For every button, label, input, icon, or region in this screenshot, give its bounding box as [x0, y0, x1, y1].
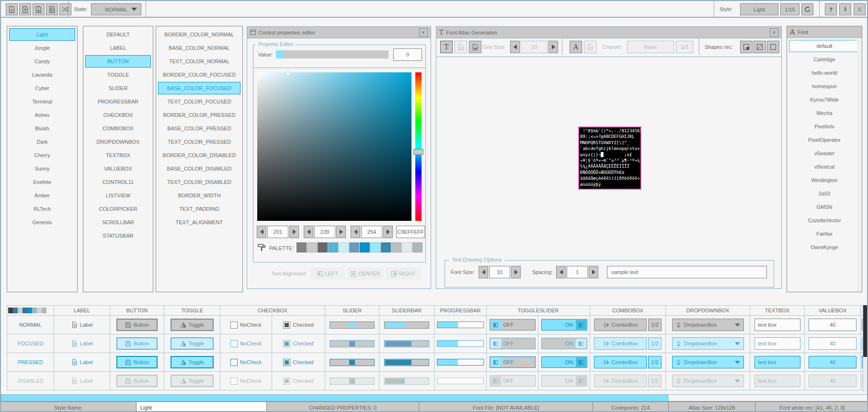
property-list-item[interactable]: BORDER_COLOR_DISABLED — [158, 149, 240, 161]
toggle-control[interactable]: Toggle — [171, 337, 214, 350]
hue-handle[interactable] — [413, 149, 423, 155]
property-list-item[interactable]: TEXT_COLOR_DISABLED — [158, 176, 240, 188]
font-list-item[interactable]: Fairfax — [789, 228, 860, 240]
sliderbar-control[interactable] — [384, 378, 429, 385]
control-list-item[interactable]: CONTROL11 — [85, 176, 151, 188]
slider-thumb[interactable] — [349, 322, 355, 328]
dropdownbox-control[interactable]: DropdownBox — [672, 375, 744, 387]
font-list-item[interactable]: hello-world — [789, 67, 860, 79]
property-list-item[interactable]: TEXT_COLOR_FOCUSED — [158, 95, 240, 108]
control-list-item[interactable]: COLORPICKER — [85, 203, 151, 215]
style-list-item[interactable]: Cherry — [9, 149, 75, 161]
property-list-item[interactable]: BORDER_COLOR_FOCUSED — [158, 69, 240, 81]
font-list-item[interactable]: Westington — [789, 174, 860, 186]
style-list-item[interactable]: Amber — [9, 189, 75, 202]
control-list-item[interactable]: BUTTON — [85, 55, 151, 68]
font-list-item[interactable]: 2a03 — [789, 187, 860, 200]
valuebox-control[interactable]: 40 — [809, 337, 857, 350]
toggleslider-on-control[interactable]: ON — [541, 356, 587, 368]
label-control[interactable]: Label — [71, 359, 93, 366]
toggleslider-off-control[interactable]: OFF — [490, 319, 536, 331]
dropdownbox-control[interactable]: DropdownBox — [672, 356, 744, 368]
style-list-item[interactable]: Light — [9, 28, 75, 41]
style-list-item[interactable]: Enefete — [9, 176, 75, 188]
checkbox-checked-control[interactable]: Checked — [283, 378, 313, 385]
sliderbar-control[interactable] — [384, 321, 429, 329]
help-button[interactable]: ? — [825, 3, 837, 15]
label-control[interactable]: Label — [71, 321, 93, 328]
label-control[interactable]: Label — [71, 378, 93, 384]
control-list-item[interactable]: VALUEBOX — [85, 162, 151, 175]
hue-bar[interactable] — [415, 72, 422, 221]
combobox-page-button[interactable]: 1/2 — [648, 356, 662, 368]
control-list-item[interactable]: COMBOBOX — [85, 122, 151, 135]
palette-swatch[interactable] — [349, 242, 359, 252]
save-style-button[interactable] — [33, 3, 45, 15]
load-style-button[interactable] — [19, 3, 31, 15]
control-list-item[interactable]: DROPDOWNBOX — [85, 136, 151, 148]
close-button[interactable]: x — [770, 28, 778, 37]
font-size-decrease-button[interactable] — [479, 266, 488, 278]
style-list-item[interactable]: Genesis — [9, 216, 75, 229]
font-list-item[interactable]: Cartridge — [789, 53, 860, 66]
textbox-control[interactable]: text box — [754, 375, 800, 387]
checkbox-checked-control[interactable]: Checked — [283, 321, 313, 329]
property-list-item[interactable]: BORDER_COLOR_NORMAL — [158, 28, 240, 41]
control-list-item[interactable]: DEFAULT — [85, 28, 151, 41]
style-list-item[interactable]: Lavanda — [9, 69, 75, 81]
palette-swatch[interactable] — [307, 242, 317, 252]
gen-size-increase-button[interactable] — [548, 41, 558, 53]
toggle-control[interactable]: Toggle — [171, 319, 214, 331]
gen-size-value[interactable]: 10 — [521, 41, 548, 53]
value-slider[interactable] — [276, 50, 388, 58]
red-increase-button[interactable] — [289, 226, 299, 238]
palette-swatch[interactable] — [370, 242, 380, 252]
sliderbar-control[interactable] — [384, 340, 429, 347]
property-list-item[interactable]: TEXT_COLOR_NORMAL — [158, 55, 240, 68]
align-right-button[interactable]: RIGHT — [386, 267, 421, 280]
font-atlas-image[interactable]: !"#$%&'()*+,-./01234567 89:;<=>?@ABCDEFG… — [578, 126, 641, 190]
charset-file-button[interactable] — [584, 41, 596, 53]
style-list-item[interactable]: Jungle — [9, 42, 75, 54]
slider-control[interactable] — [330, 378, 375, 385]
font-size-value[interactable]: 10 — [489, 266, 510, 278]
green-decrease-button[interactable] — [304, 226, 313, 238]
scrollbar-thumb[interactable] — [1, 395, 669, 401]
control-list-item[interactable]: TEXTBOX — [85, 149, 151, 161]
shapes-rec-outline-button[interactable] — [767, 41, 779, 53]
atlas-image-button[interactable] — [469, 41, 481, 53]
style-name-button[interactable]: Light — [740, 3, 778, 15]
slider-thumb[interactable] — [349, 378, 355, 384]
font-list-item[interactable]: CozetteVector — [789, 214, 860, 227]
table-vertical-scrollbar[interactable] — [863, 305, 868, 392]
button-control[interactable]: Button — [116, 319, 158, 331]
hex-value-box[interactable]: C9EFFEFF — [396, 226, 425, 238]
blue-value[interactable]: 254 — [361, 226, 382, 238]
new-style-button[interactable] — [6, 3, 18, 15]
font-size-increase-button[interactable] — [511, 266, 521, 278]
green-value[interactable]: 239 — [314, 226, 335, 238]
dropdownbox-control[interactable]: DropdownBox — [672, 337, 744, 350]
color-cursor[interactable] — [286, 71, 290, 76]
button-control[interactable]: Button — [116, 337, 158, 350]
control-list-item[interactable]: PROGRESSBAR — [85, 95, 151, 108]
toggleslider-on-control[interactable]: ON — [541, 375, 587, 387]
dropdownbox-control[interactable]: DropdownBox — [672, 319, 744, 331]
style-list-item[interactable]: Sunny — [9, 162, 75, 175]
align-center-button[interactable]: CENTER — [347, 267, 384, 280]
toggle-control[interactable]: Toggle — [171, 375, 214, 387]
checkbox-unchecked-control[interactable]: NoCheck — [230, 378, 262, 385]
font-list-item[interactable]: PixelOperator — [789, 134, 860, 146]
toggleslider-on-control[interactable]: ON — [541, 338, 587, 349]
shapes-rec-diagonal-button[interactable] — [754, 41, 766, 53]
blue-increase-button[interactable] — [383, 226, 393, 238]
control-list-item[interactable]: CHECKBOX — [85, 109, 151, 121]
red-value[interactable]: 201 — [267, 226, 288, 238]
palette-swatch[interactable] — [360, 242, 370, 252]
export-style-button[interactable] — [46, 3, 58, 15]
slider-control[interactable] — [330, 340, 375, 347]
property-list-item[interactable]: BORDER_COLOR_PRESSED — [158, 109, 240, 121]
palette-swatch[interactable] — [297, 242, 307, 252]
property-list-item[interactable]: BASE_COLOR_PRESSED — [158, 122, 240, 135]
palette-swatch[interactable] — [339, 242, 349, 252]
